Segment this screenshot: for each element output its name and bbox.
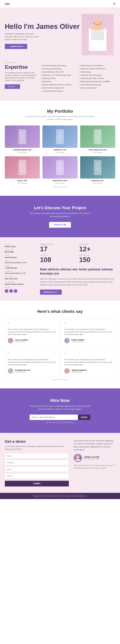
svg-point-26	[76, 456, 79, 458]
svg-rect-21	[57, 162, 63, 172]
demo-phone-input[interactable]	[5, 474, 69, 478]
testimonial-author: JENNIE ROBERTS Office Manager	[64, 368, 112, 374]
email-input[interactable]	[30, 414, 78, 420]
navbar: logo ≡	[0, 0, 120, 8]
skill-item: — Search Marketing: SEO & PPC	[40, 70, 77, 74]
portfolio-item[interactable]: WORKOUT APP UX/UI Design	[42, 126, 77, 154]
about-right: AWARDS WON 17 AP YEARS 12+ CLIENTS 108 P…	[40, 244, 115, 295]
svg-rect-7	[95, 24, 100, 25]
demo-right: Lorem ipsum dolor sit amet, consectetur …	[74, 439, 115, 486]
hero-description: UI-designer, photographer and travel ent…	[5, 32, 40, 41]
facebook-icon[interactable]: f	[5, 289, 8, 293]
instagram-icon[interactable]: in	[14, 289, 17, 293]
svg-rect-24	[95, 162, 100, 172]
years-value: 12+	[79, 246, 115, 253]
about-download-button[interactable]: DOWNLOAD CV ↓	[40, 290, 62, 295]
footer: Sample text. Click to select the text bo…	[0, 493, 120, 499]
about-quote-text: Etiam elit scelerisque in dictum non con…	[40, 278, 115, 286]
about-interests-value: Games, Books, Movies	[5, 283, 35, 285]
svg-rect-12	[57, 131, 63, 142]
portfolio-item[interactable]: MUSIC APP UX/UI Design	[5, 156, 40, 184]
twitter-icon[interactable]: t	[9, 289, 13, 293]
author-name: PHOEBE NELSON	[15, 369, 30, 371]
portfolio-item-title: MEDITATION APP	[42, 180, 77, 182]
portfolio-item-category: UX/UI Design	[17, 152, 27, 154]
skill-item: — Media Planning & Buying (up to $100MM)	[78, 80, 115, 83]
testimonial-author: PHOEBE NELSON Sales Manager	[8, 368, 56, 374]
demo-avatar	[74, 454, 82, 462]
demo-email-input[interactable]	[5, 467, 69, 472]
portfolio-item-title: WORKOUT APP	[42, 149, 77, 151]
svg-point-19	[22, 173, 23, 174]
stat-clients: CLIENTS 108	[40, 254, 76, 264]
skill-item: — Streaming & Radio	[40, 77, 77, 80]
author-title: Office Manager	[71, 371, 87, 373]
hamburger-icon[interactable]: ≡	[113, 2, 115, 6]
hero-heading: Hello I'm James Oliver	[5, 23, 80, 30]
hire-submit-button[interactable]: SUBMIT	[78, 414, 90, 420]
svg-rect-18	[20, 162, 25, 172]
portfolio-thumb-5	[42, 156, 77, 178]
hire-note: We will never share your email address	[5, 422, 115, 423]
portfolio-thumb-3	[80, 126, 115, 148]
hire-title: Hire Now	[5, 398, 115, 403]
author-title: Sales Manager	[15, 371, 30, 373]
quote-mark: "	[8, 352, 56, 357]
resume-button[interactable]: RESUME ↓	[5, 84, 20, 89]
portfolio-item[interactable]: CROWDFUNDING APP UX/UI Design	[5, 126, 40, 154]
testimonial-text: Proin sed libero enim sed faucibus turpi…	[8, 328, 56, 336]
demo-title: Get a demo	[5, 439, 69, 444]
portfolio-item-title: MUSIC APP	[5, 180, 40, 182]
skill-item: — Conversion Rate Optimization	[78, 74, 115, 77]
portfolio-item-title: CROWDFUNDING APP	[5, 149, 40, 151]
author-avatar	[8, 338, 13, 344]
portfolio-item-category: UX/UI Design	[55, 152, 65, 154]
demo-name-input[interactable]	[5, 453, 69, 458]
hire-description: Lorem ipsum dolor sit amet, consectetur …	[28, 405, 92, 411]
footer-text: Sample text. Click to select the text bo…	[5, 495, 115, 497]
demo-description: Lorem ipsum dolor sit amet, consectetur …	[5, 445, 69, 450]
svg-point-22	[59, 173, 60, 174]
about-email-value: DESIGNER@EXAMPLE.COM	[5, 262, 35, 264]
quote-mark: "	[64, 322, 112, 327]
awards-label: AWARDS WON	[40, 244, 76, 246]
svg-point-25	[97, 173, 98, 174]
portfolio-item[interactable]: YOGA PRACTICE APP UX/UI Design	[80, 126, 115, 154]
skill-item: — Direct Response Marketing	[40, 67, 77, 70]
portfolio-item-category: UX/UI Design	[17, 182, 27, 184]
author-name: FRANK KINNEY	[71, 339, 85, 341]
svg-rect-6	[94, 26, 102, 27]
svg-rect-15	[95, 131, 100, 142]
portfolio-item-title: YOGA PRACTICE APP	[80, 149, 115, 151]
skill-item: — Email Marketing, Design & Dev	[40, 86, 77, 90]
portfolio-item[interactable]: BOOKING APP UX/UI Design	[80, 156, 115, 184]
skills-col2: — Website Design & Development — Adverti…	[78, 64, 115, 93]
years-label: AP YEARS	[79, 244, 115, 246]
hire-submit-label: SUBMIT	[81, 416, 88, 418]
about-role-label: ROLE	[5, 254, 35, 256]
demo-company-input[interactable]	[5, 460, 69, 465]
author-avatar	[64, 368, 70, 374]
contact-me-button[interactable]: CONTACT ME	[49, 222, 71, 228]
portfolio-item[interactable]: MEDITATION APP UX/UI Design	[42, 156, 77, 184]
email-form: SUBMIT	[30, 414, 90, 420]
demo-profile-name: JAMES OLIVER	[84, 456, 99, 458]
phone-mockup-icon	[18, 160, 27, 175]
portfolio-thumb-2	[42, 126, 77, 148]
download-cv-button[interactable]: ↓ DOWNLOAD CV	[5, 44, 27, 49]
demo-submit-button[interactable]: SUBMIT	[5, 481, 69, 486]
demo-profile-desc: Nibh tellus molestie nunc non blandit ma…	[74, 464, 115, 470]
skill-item: — Influencer Marketing: Podcast & YouTub…	[40, 83, 77, 86]
about-name-value: James Oliver	[5, 246, 35, 248]
testimonial-text: Proin sed libero enim sed faucibus turpi…	[64, 358, 112, 366]
demo-avatar-icon	[75, 455, 81, 461]
download-cv-label: DOWNLOAD CV	[10, 46, 24, 47]
author-avatar	[64, 338, 70, 344]
discuss-section: Let's Discuss Your Project Let us know y…	[0, 196, 120, 237]
demo-profile-title: APP DEVELOPER	[84, 458, 99, 460]
about-location-label: LOCATION	[5, 276, 35, 278]
contact-me-label: CONTACT ME	[54, 224, 66, 226]
portfolio-item-category: UX/UI Design	[55, 182, 65, 184]
about-download-icon: ↓	[57, 291, 58, 293]
portfolio-item-title: BOOKING APP	[80, 180, 115, 182]
